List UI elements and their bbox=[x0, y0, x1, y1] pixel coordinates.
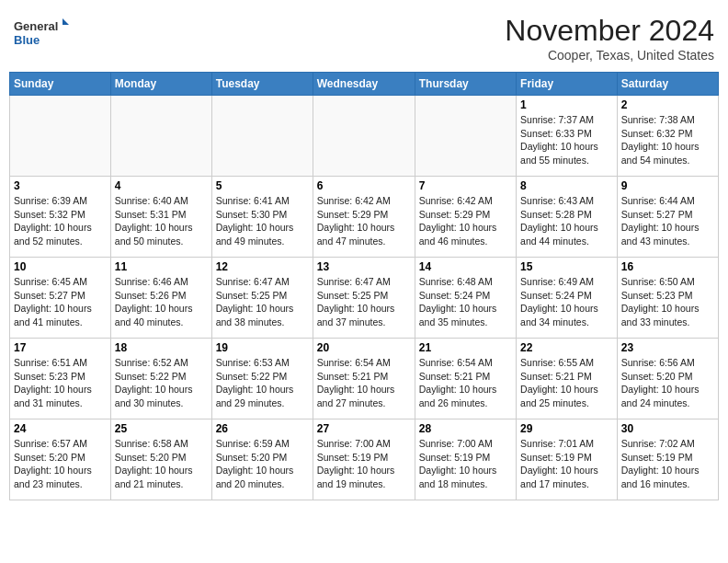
day-info: Sunrise: 7:01 AM Sunset: 5:19 PM Dayligh… bbox=[520, 437, 613, 491]
calendar-cell: 15Sunrise: 6:49 AM Sunset: 5:24 PM Dayli… bbox=[517, 258, 618, 339]
calendar-cell: 30Sunrise: 7:02 AM Sunset: 5:19 PM Dayli… bbox=[617, 419, 718, 500]
calendar-day-header: Sunday bbox=[10, 73, 111, 96]
day-number: 29 bbox=[520, 422, 613, 435]
calendar-table: SundayMondayTuesdayWednesdayThursdayFrid… bbox=[9, 72, 719, 500]
day-number: 22 bbox=[520, 341, 613, 354]
day-info: Sunrise: 6:50 AM Sunset: 5:23 PM Dayligh… bbox=[621, 275, 714, 329]
calendar-day-header: Tuesday bbox=[211, 73, 313, 96]
day-info: Sunrise: 6:52 AM Sunset: 5:22 PM Dayligh… bbox=[115, 356, 208, 410]
day-number: 8 bbox=[520, 179, 613, 192]
svg-text:General: General bbox=[14, 19, 58, 33]
svg-marker-2 bbox=[63, 18, 69, 25]
day-number: 25 bbox=[115, 422, 208, 435]
day-info: Sunrise: 6:53 AM Sunset: 5:22 PM Dayligh… bbox=[216, 356, 309, 410]
calendar-cell bbox=[313, 96, 415, 177]
day-number: 30 bbox=[621, 422, 714, 435]
day-info: Sunrise: 7:37 AM Sunset: 6:33 PM Dayligh… bbox=[520, 113, 613, 167]
day-info: Sunrise: 6:44 AM Sunset: 5:27 PM Dayligh… bbox=[621, 194, 714, 248]
calendar-cell bbox=[110, 96, 211, 177]
location: Cooper, Texas, United States bbox=[505, 48, 714, 63]
calendar-week-row: 3Sunrise: 6:39 AM Sunset: 5:32 PM Daylig… bbox=[10, 177, 719, 258]
day-info: Sunrise: 6:55 AM Sunset: 5:21 PM Dayligh… bbox=[520, 356, 613, 410]
calendar-cell: 18Sunrise: 6:52 AM Sunset: 5:22 PM Dayli… bbox=[110, 339, 211, 419]
calendar-cell: 16Sunrise: 6:50 AM Sunset: 5:23 PM Dayli… bbox=[617, 258, 718, 339]
day-info: Sunrise: 6:41 AM Sunset: 5:30 PM Dayligh… bbox=[216, 194, 309, 248]
day-number: 5 bbox=[216, 179, 309, 192]
day-number: 19 bbox=[216, 341, 309, 354]
day-info: Sunrise: 6:54 AM Sunset: 5:21 PM Dayligh… bbox=[317, 356, 411, 410]
day-number: 4 bbox=[115, 179, 208, 192]
day-info: Sunrise: 6:56 AM Sunset: 5:20 PM Dayligh… bbox=[621, 356, 714, 410]
day-info: Sunrise: 6:45 AM Sunset: 5:27 PM Dayligh… bbox=[14, 275, 107, 329]
day-info: Sunrise: 6:49 AM Sunset: 5:24 PM Dayligh… bbox=[520, 275, 613, 329]
day-number: 10 bbox=[14, 260, 107, 273]
calendar-cell: 3Sunrise: 6:39 AM Sunset: 5:32 PM Daylig… bbox=[10, 177, 111, 258]
calendar-day-header: Monday bbox=[110, 73, 211, 96]
day-number: 27 bbox=[317, 422, 411, 435]
day-number: 7 bbox=[419, 179, 512, 192]
calendar-cell: 25Sunrise: 6:58 AM Sunset: 5:20 PM Dayli… bbox=[110, 419, 211, 500]
day-number: 21 bbox=[419, 341, 512, 354]
calendar-cell: 12Sunrise: 6:47 AM Sunset: 5:25 PM Dayli… bbox=[211, 258, 313, 339]
day-number: 20 bbox=[317, 341, 411, 354]
calendar-cell: 6Sunrise: 6:42 AM Sunset: 5:29 PM Daylig… bbox=[313, 177, 415, 258]
calendar-cell: 1Sunrise: 7:37 AM Sunset: 6:33 PM Daylig… bbox=[517, 96, 618, 177]
logo: General Blue bbox=[14, 14, 69, 51]
day-info: Sunrise: 6:47 AM Sunset: 5:25 PM Dayligh… bbox=[216, 275, 309, 329]
svg-text:Blue: Blue bbox=[14, 33, 40, 47]
calendar-cell: 8Sunrise: 6:43 AM Sunset: 5:28 PM Daylig… bbox=[517, 177, 618, 258]
day-info: Sunrise: 6:54 AM Sunset: 5:21 PM Dayligh… bbox=[419, 356, 512, 410]
calendar-cell bbox=[10, 96, 111, 177]
calendar-cell bbox=[211, 96, 313, 177]
calendar-cell: 17Sunrise: 6:51 AM Sunset: 5:23 PM Dayli… bbox=[10, 339, 111, 419]
day-info: Sunrise: 6:42 AM Sunset: 5:29 PM Dayligh… bbox=[419, 194, 512, 248]
day-info: Sunrise: 6:39 AM Sunset: 5:32 PM Dayligh… bbox=[14, 194, 107, 248]
title-block: November 2024 Cooper, Texas, United Stat… bbox=[505, 14, 714, 63]
day-number: 26 bbox=[216, 422, 309, 435]
calendar-cell: 7Sunrise: 6:42 AM Sunset: 5:29 PM Daylig… bbox=[415, 177, 516, 258]
day-info: Sunrise: 6:47 AM Sunset: 5:25 PM Dayligh… bbox=[317, 275, 411, 329]
calendar-day-header: Thursday bbox=[415, 73, 516, 96]
day-info: Sunrise: 7:00 AM Sunset: 5:19 PM Dayligh… bbox=[419, 437, 512, 491]
day-number: 12 bbox=[216, 260, 309, 273]
calendar-cell: 14Sunrise: 6:48 AM Sunset: 5:24 PM Dayli… bbox=[415, 258, 516, 339]
day-number: 14 bbox=[419, 260, 512, 273]
calendar-cell: 28Sunrise: 7:00 AM Sunset: 5:19 PM Dayli… bbox=[415, 419, 516, 500]
calendar-cell: 22Sunrise: 6:55 AM Sunset: 5:21 PM Dayli… bbox=[517, 339, 618, 419]
calendar-day-header: Friday bbox=[517, 73, 618, 96]
calendar-cell: 19Sunrise: 6:53 AM Sunset: 5:22 PM Dayli… bbox=[211, 339, 313, 419]
calendar-cell: 20Sunrise: 6:54 AM Sunset: 5:21 PM Dayli… bbox=[313, 339, 415, 419]
calendar-cell: 10Sunrise: 6:45 AM Sunset: 5:27 PM Dayli… bbox=[10, 258, 111, 339]
calendar-cell: 23Sunrise: 6:56 AM Sunset: 5:20 PM Dayli… bbox=[617, 339, 718, 419]
day-info: Sunrise: 6:42 AM Sunset: 5:29 PM Dayligh… bbox=[317, 194, 411, 248]
day-number: 18 bbox=[115, 341, 208, 354]
day-number: 23 bbox=[621, 341, 714, 354]
day-info: Sunrise: 6:40 AM Sunset: 5:31 PM Dayligh… bbox=[115, 194, 208, 248]
calendar-cell: 27Sunrise: 7:00 AM Sunset: 5:19 PM Dayli… bbox=[313, 419, 415, 500]
calendar-cell: 4Sunrise: 6:40 AM Sunset: 5:31 PM Daylig… bbox=[110, 177, 211, 258]
day-info: Sunrise: 7:38 AM Sunset: 6:32 PM Dayligh… bbox=[621, 113, 714, 167]
day-number: 9 bbox=[621, 179, 714, 192]
day-info: Sunrise: 6:43 AM Sunset: 5:28 PM Dayligh… bbox=[520, 194, 613, 248]
day-info: Sunrise: 6:51 AM Sunset: 5:23 PM Dayligh… bbox=[14, 356, 107, 410]
logo-icon: General Blue bbox=[14, 14, 69, 51]
day-number: 3 bbox=[14, 179, 107, 192]
calendar-cell: 5Sunrise: 6:41 AM Sunset: 5:30 PM Daylig… bbox=[211, 177, 313, 258]
day-info: Sunrise: 6:57 AM Sunset: 5:20 PM Dayligh… bbox=[14, 437, 107, 491]
calendar-cell: 24Sunrise: 6:57 AM Sunset: 5:20 PM Dayli… bbox=[10, 419, 111, 500]
day-number: 16 bbox=[621, 260, 714, 273]
day-number: 28 bbox=[419, 422, 512, 435]
day-info: Sunrise: 6:58 AM Sunset: 5:20 PM Dayligh… bbox=[115, 437, 208, 491]
calendar-day-header: Saturday bbox=[617, 73, 718, 96]
day-number: 15 bbox=[520, 260, 613, 273]
day-info: Sunrise: 6:46 AM Sunset: 5:26 PM Dayligh… bbox=[115, 275, 208, 329]
calendar-cell: 13Sunrise: 6:47 AM Sunset: 5:25 PM Dayli… bbox=[313, 258, 415, 339]
calendar-cell: 9Sunrise: 6:44 AM Sunset: 5:27 PM Daylig… bbox=[617, 177, 718, 258]
day-number: 2 bbox=[621, 98, 714, 111]
day-info: Sunrise: 7:02 AM Sunset: 5:19 PM Dayligh… bbox=[621, 437, 714, 491]
calendar-header-row: SundayMondayTuesdayWednesdayThursdayFrid… bbox=[10, 73, 719, 96]
calendar-cell: 29Sunrise: 7:01 AM Sunset: 5:19 PM Dayli… bbox=[517, 419, 618, 500]
month-title: November 2024 bbox=[505, 14, 714, 48]
day-info: Sunrise: 6:48 AM Sunset: 5:24 PM Dayligh… bbox=[419, 275, 512, 329]
day-number: 11 bbox=[115, 260, 208, 273]
